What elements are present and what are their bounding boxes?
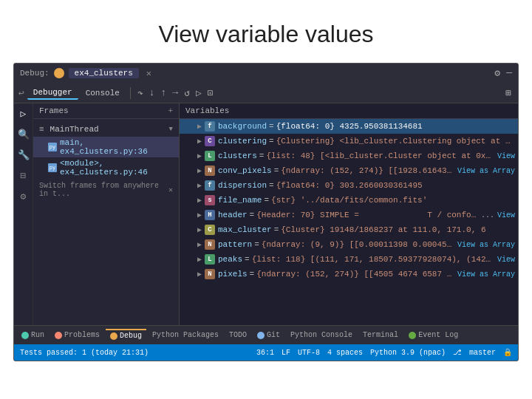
title-bar-right: ⚙ —	[494, 67, 512, 79]
var-link-pixels[interactable]: View as Array	[457, 270, 515, 279]
resume-icon[interactable]: ▷	[194, 86, 204, 100]
python-console-tab-label: Python Console	[290, 331, 352, 339]
tab-terminal[interactable]: Terminal	[358, 330, 403, 341]
var-header-dots: ...	[481, 211, 494, 219]
frames-header: Frames +	[33, 103, 179, 119]
status-bar: Tests passed: 1 (today 21:31) 36:1 LF UT…	[14, 344, 518, 361]
main-thread[interactable]: ≡ MainThread ▼	[33, 122, 179, 137]
database-icon[interactable]: ⊟	[16, 168, 31, 183]
frame-file-icon-0: py	[48, 143, 57, 151]
var-row-file-name[interactable]: ▶ s file_name = {str} '../data/fits/comm…	[180, 193, 518, 208]
var-eq-background: =	[269, 122, 274, 131]
switch-frames-row: Switch frames from anywhere in t... ✕	[33, 180, 179, 200]
var-eq-clustering: =	[269, 137, 274, 146]
git-tab-icon	[257, 332, 265, 339]
tab-git[interactable]: Git	[253, 330, 284, 341]
run-tab-icon	[21, 332, 29, 339]
var-link-header[interactable]: View	[497, 211, 515, 219]
frame-item-0[interactable]: py main, ex4_clusters.py:36	[33, 137, 179, 157]
step-out-icon[interactable]: ↑	[159, 86, 169, 99]
problems-tab-label: Problems	[64, 331, 100, 339]
stop-icon[interactable]: ⊡	[205, 86, 216, 100]
ide-body: ▷ 🔍 🔧 ⊟ ⚙ Frames + ≡ MainThread ▼	[14, 103, 518, 325]
var-type-pattern: N	[205, 239, 215, 250]
var-link-peaks[interactable]: View	[497, 256, 515, 264]
var-link-pattern[interactable]: View as Array	[457, 241, 515, 249]
var-value-pattern: {ndarray: (9, 9)} [[0.00011398 0.0004542…	[262, 240, 454, 249]
tab-event-log[interactable]: Event Log	[404, 330, 463, 341]
debug-tab-icon	[110, 332, 117, 340]
packages-tab-label: Python Packages	[152, 331, 219, 339]
wrench-icon[interactable]: 🔧	[16, 148, 31, 163]
frame-item-1[interactable]: py <module>, ex4_clusters.py:46	[33, 157, 179, 178]
file-tab[interactable]: ex4_clusters	[69, 68, 139, 78]
var-row-header[interactable]: ▶ H header = {Header: 70} SIMPLE = T / c…	[180, 208, 518, 222]
git-status: ⎇	[453, 348, 462, 357]
var-row-conv-pixels[interactable]: ▶ N conv_pixels = {ndarray: (152, 274)} …	[180, 163, 518, 178]
var-row-pixels[interactable]: ▶ N pixels = {ndarray: (152, 274)} [[450…	[180, 267, 518, 282]
git-branch: master	[469, 349, 496, 357]
var-row-max-cluster[interactable]: ▶ C max_cluster = {Cluster} 19148/186823…	[180, 222, 518, 237]
tab-todo[interactable]: TODO	[225, 330, 251, 341]
thread-expand-icon: ▼	[169, 126, 173, 133]
var-row-background[interactable]: ▶ f background = {float64: 0} 4325.95038…	[180, 119, 518, 134]
var-row-peaks[interactable]: ▶ L peaks = {list: 118} [(111, 171, 1850…	[180, 252, 518, 267]
var-type-max-cluster: C	[205, 225, 215, 235]
var-type-clusters: L	[205, 151, 215, 161]
search-icon[interactable]: 🔍	[16, 127, 31, 142]
rerun-icon[interactable]: ↺	[182, 86, 192, 100]
var-value-dispersion: {float64: 0} 303.2660030361495	[276, 181, 515, 190]
var-link-clusters[interactable]: View	[497, 152, 515, 160]
var-eq-conv-pixels: =	[274, 166, 279, 175]
tab-run[interactable]: Run	[17, 330, 49, 341]
run-to-cursor-icon[interactable]: →	[170, 86, 180, 99]
var-eq-file-name: =	[264, 196, 269, 205]
tab-packages[interactable]: Python Packages	[148, 330, 223, 341]
var-type-clustering: C	[205, 136, 215, 146]
var-name-background: background	[218, 122, 267, 131]
tab-debugger[interactable]: Debugger	[27, 86, 78, 100]
file-close-icon[interactable]: ✕	[146, 68, 151, 79]
back-icon[interactable]: ↩	[18, 87, 24, 99]
var-eq-pattern: =	[254, 240, 259, 249]
add-frame-btn[interactable]: +	[168, 106, 173, 115]
switch-frames-close[interactable]: ✕	[168, 185, 173, 194]
todo-tab-label: TODO	[229, 331, 247, 339]
spaces-status: 4 spaces	[327, 349, 363, 357]
frame-file-icon-1: py	[48, 163, 57, 172]
debug-label: Debug:	[20, 69, 50, 78]
var-row-dispersion[interactable]: ▶ f dispersion = {float64: 0} 303.266003…	[180, 178, 518, 193]
settings-icon[interactable]: ⚙	[494, 67, 500, 79]
lf-status: LF	[282, 349, 290, 357]
frame-label-0: main, ex4_clusters.py:36	[60, 138, 173, 156]
tests-status: Tests passed: 1 (today 21:31)	[20, 349, 149, 357]
var-value-clustering: {Clustering} <lib_cluster.Clustering obj…	[276, 137, 515, 146]
step-over-icon[interactable]: ↷	[135, 86, 146, 100]
minimize-icon[interactable]: —	[506, 67, 512, 79]
frames-list: ≡ MainThread ▼ py main, ex4_clusters.py:…	[33, 119, 179, 203]
var-type-file-name: s	[205, 195, 215, 205]
event-log-tab-icon	[409, 332, 416, 339]
status-left: Tests passed: 1 (today 21:31)	[20, 349, 149, 357]
run-tab-label: Run	[31, 331, 44, 339]
toolbar-sep	[130, 87, 131, 99]
var-row-pattern[interactable]: ▶ N pattern = {ndarray: (9, 9)} [[0.0001…	[180, 237, 518, 252]
run-icon[interactable]: ▷	[16, 106, 31, 121]
var-name-max-cluster: max_cluster	[218, 225, 272, 234]
bottom-toolbar: Run Problems Debug Python Packages TODO …	[14, 325, 518, 344]
ide-window: Debug: ex4_clusters ✕ ⚙ — ↩ Debugger Con…	[13, 63, 519, 361]
var-row-clustering[interactable]: ▶ C clustering = {Clustering} <lib_clust…	[180, 134, 518, 149]
python-status: Python 3.9 (npac)	[370, 349, 446, 357]
var-name-file-name: file_name	[218, 196, 262, 205]
var-link-conv-pixels[interactable]: View as Array	[457, 167, 515, 175]
tab-debug[interactable]: Debug	[106, 329, 146, 341]
tab-console[interactable]: Console	[80, 87, 126, 99]
tab-problems[interactable]: Problems	[50, 330, 104, 341]
step-into-icon[interactable]: ↓	[147, 86, 157, 99]
position-status: 36:1	[256, 349, 274, 357]
tab-python-console[interactable]: Python Console	[286, 330, 357, 341]
var-value-file-name: {str} '../data/fits/common.fits'	[271, 196, 515, 205]
var-row-clusters[interactable]: ▶ L clusters = {list: 48} [<lib_cluster.…	[180, 149, 518, 163]
gear-icon[interactable]: ⚙	[16, 189, 31, 204]
layout-icon[interactable]: ⊞	[503, 86, 514, 100]
